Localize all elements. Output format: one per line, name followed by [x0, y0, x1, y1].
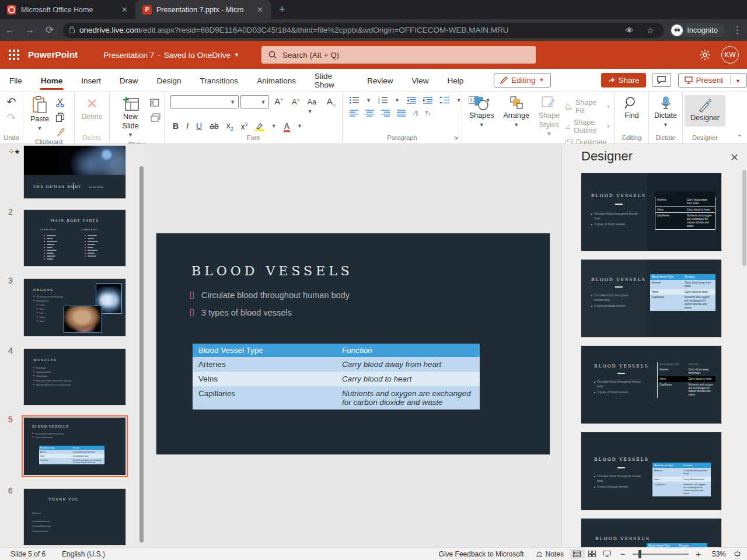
tab-help[interactable]: Help [438, 71, 473, 90]
designer-close-icon[interactable]: ✕ [730, 151, 739, 164]
fit-slide-button[interactable] [732, 549, 747, 559]
subscript-button[interactable]: x2 [226, 121, 233, 132]
font-color-dropdown-icon[interactable]: ▼ [297, 123, 302, 129]
slide-bullet-list[interactable]: Circulate blood throughout human body 3 … [190, 290, 350, 326]
zoom-in-button[interactable]: + [691, 549, 706, 559]
zoom-out-button[interactable]: − [615, 549, 630, 559]
numbering-icon[interactable]: 123 [378, 96, 388, 104]
feedback-link[interactable]: Give Feedback to Microsoft [433, 550, 530, 558]
tab-draw[interactable]: Draw [110, 71, 148, 90]
tab-animations[interactable]: Animations [247, 71, 305, 90]
tab-file[interactable]: File [0, 71, 32, 90]
find-button[interactable]: Find [621, 95, 642, 122]
reload-icon[interactable]: ⟳ [40, 24, 60, 36]
slide-canvas[interactable]: BLOOD VESSELS Circulate blood throughout… [156, 233, 550, 454]
designer-suggestion-4[interactable]: BLOOD VESSELS Circulate blood throughout… [581, 432, 721, 510]
bold-button[interactable]: B [173, 121, 179, 131]
shape-styles-button[interactable]: ShapeStyles ▾ [535, 95, 563, 140]
tab-design[interactable]: Design [148, 71, 191, 90]
redo-icon[interactable]: ↷ [7, 111, 16, 124]
paste-button[interactable]: Paste▼ [27, 95, 53, 133]
slide-thumbnail-1[interactable]: THE HUMAN BODY By Kim Webb [23, 145, 126, 199]
present-dropdown-icon[interactable]: ▼ [730, 76, 741, 85]
slide-counter[interactable]: Slide 5 of 6 [11, 550, 46, 558]
app-launcher-icon[interactable] [0, 41, 28, 69]
designer-suggestion-3[interactable]: BLOOD VESSELS Circulate blood throughout… [581, 346, 721, 424]
notes-toggle[interactable]: Notes [530, 550, 570, 558]
font-name-select[interactable]: ▼ [170, 95, 239, 108]
shape-outline-button[interactable]: Shape Outline ▼ [566, 118, 611, 135]
slide-thumbnail-3[interactable]: ORGANS 78 total organs in the human body… [23, 278, 126, 337]
language-selector[interactable]: English (U.S.) [62, 550, 105, 558]
rtl-paragraph-icon[interactable]: ¶‹ [425, 110, 431, 117]
designer-suggestion-1[interactable]: BLOOD VESSELS Circulate blood throughout… [581, 173, 721, 251]
numbering-dropdown-icon[interactable]: ▼ [395, 97, 400, 103]
thumbnail-scrollbar[interactable] [139, 166, 144, 542]
align-right-icon[interactable] [381, 110, 390, 117]
browser-tab-office-home[interactable]: Microsoft Office Home ✕ [0, 0, 135, 19]
slide-table[interactable]: Blood Vessel TypeFunctionArteriesCarry b… [193, 344, 480, 410]
align-left-icon[interactable] [350, 110, 358, 117]
tab-review[interactable]: Review [358, 71, 402, 90]
search-input[interactable] [282, 51, 529, 60]
slideshow-view-button[interactable] [600, 549, 615, 559]
grow-font-icon[interactable]: A˄ [271, 95, 287, 115]
duplicate-slide-icon[interactable] [150, 112, 160, 123]
arrange-button[interactable]: Arrange▼ [500, 95, 532, 130]
shrink-font-icon[interactable]: A˅ [288, 95, 303, 115]
app-name[interactable]: PowerPoint [28, 50, 78, 60]
delete-button[interactable]: ✕ Delete [78, 95, 106, 123]
editing-mode-button[interactable]: Editing▼ [494, 73, 550, 88]
tab-view[interactable]: View [403, 71, 438, 90]
line-spacing-icon[interactable] [439, 96, 449, 104]
browser-tab-presentation[interactable]: P Presentation 7.pptx - Micro ✕ [135, 0, 271, 19]
highlight-dropdown-icon[interactable]: ▼ [271, 123, 277, 129]
zoom-slider-handle[interactable] [638, 550, 641, 558]
tab-close-icon[interactable]: ✕ [255, 5, 265, 14]
search-box[interactable] [261, 46, 536, 64]
slide-thumbnail-5[interactable]: BLOOD VESSELS Circulate blood throughout… [23, 417, 126, 475]
new-slide-button[interactable]: New Slide▼ [113, 95, 148, 140]
shape-fill-button[interactable]: Shape Fill ▼ [566, 99, 611, 115]
collapse-ribbon-icon[interactable]: ⌃ [737, 134, 742, 141]
strikethrough-button[interactable]: ab [210, 121, 219, 131]
highlight-color-button[interactable] [256, 123, 264, 130]
zoom-slider[interactable] [633, 554, 689, 555]
bookmark-star-icon[interactable]: ☆ [643, 26, 658, 35]
designer-button[interactable]: Designer [685, 95, 725, 127]
url-bar[interactable]: onedrive.live.com/edit.aspx?resid=68D9E1… [63, 23, 664, 38]
designer-suggestion-2[interactable]: BLOOD VESSELS Circulate blood throughout… [581, 260, 721, 337]
slide-thumbnail-6[interactable]: THANK YOU References: 1) www.britannica.… [23, 488, 126, 545]
designer-scrollbar[interactable] [742, 170, 746, 266]
eye-blocked-icon[interactable]: 👁 [622, 26, 638, 35]
back-icon[interactable]: ← [0, 24, 20, 36]
font-size-select[interactable]: ▼ [240, 95, 269, 108]
underline-button[interactable]: U [196, 121, 202, 131]
document-title[interactable]: Presentation 7 - Saved to OneDrive ▼ [103, 51, 239, 60]
slide-thumbnail-2[interactable]: MAIN BODY PARTS UPPER BODY LOWER BODY [23, 209, 126, 267]
shapes-button[interactable]: Shapes▼ [466, 95, 497, 130]
clear-formatting-icon[interactable]: A◇ [327, 95, 336, 115]
tab-transitions[interactable]: Transitions [191, 71, 248, 90]
undo-icon[interactable]: ↶ [7, 95, 16, 108]
increase-indent-icon[interactable] [423, 97, 432, 104]
paragraph-dialog-launcher-icon[interactable]: ⇲ [453, 133, 458, 142]
cut-icon[interactable] [55, 97, 65, 108]
bullets-icon[interactable] [350, 96, 359, 104]
font-color-button[interactable]: A [284, 121, 289, 131]
slide-thumbnail-4[interactable]: MUSCLES Pump bloodSupport movementLiftin… [23, 348, 126, 405]
ltr-paragraph-icon[interactable]: ›¶ [413, 110, 418, 117]
comments-button[interactable] [652, 73, 671, 87]
tab-slide-show[interactable]: Slide Show [305, 66, 358, 94]
new-tab-button[interactable]: + [271, 4, 294, 19]
present-button[interactable]: Present ▼ [678, 73, 747, 88]
settings-gear-icon[interactable] [699, 49, 711, 61]
slide-layout-icon[interactable] [150, 97, 160, 108]
superscript-button[interactable]: x2 [241, 121, 248, 131]
share-button[interactable]: Share [601, 73, 646, 88]
slide-title[interactable]: BLOOD VESSELS [191, 264, 353, 278]
bullets-dropdown-icon[interactable]: ▼ [366, 97, 371, 103]
tab-home[interactable]: Home [32, 71, 72, 90]
justify-icon[interactable] [397, 110, 406, 117]
zoom-level[interactable]: 53% [706, 550, 732, 558]
